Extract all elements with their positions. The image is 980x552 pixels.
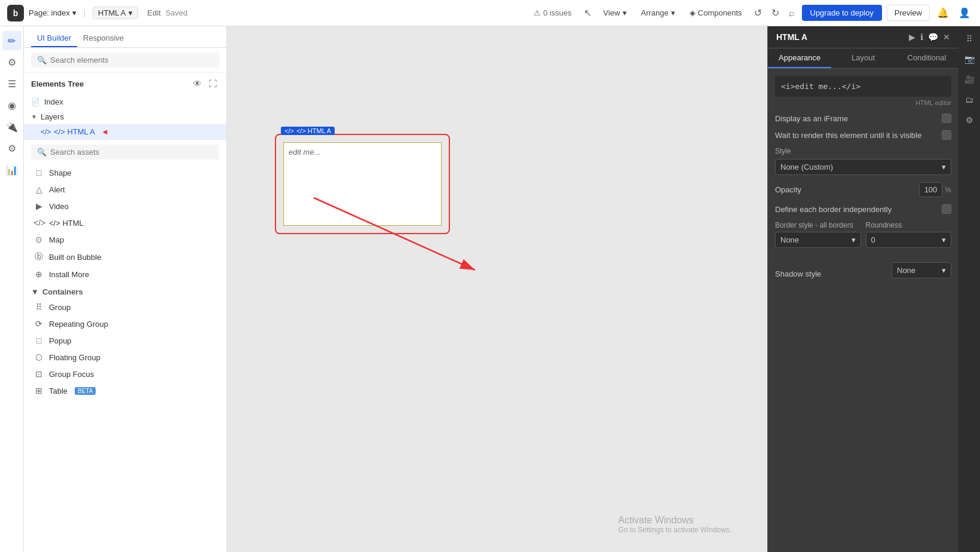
roundness-col: Roundness 0 ▾ [866,221,952,255]
element-install-more[interactable]: ⊕ Install More [24,266,226,283]
strip-camera-icon[interactable]: 📷 [961,51,977,67]
comment-icon-btn[interactable]: 💬 [928,32,938,42]
rail-logs-icon[interactable]: 📊 [2,160,22,179]
containers-section[interactable]: ▼ Containers [24,283,226,299]
display-iframe-checkbox[interactable] [942,114,951,123]
strip-settings-icon[interactable]: ⚙ [961,112,977,128]
search-assets-input[interactable] [50,148,213,157]
element-video[interactable]: ▶ Video [24,198,226,214]
preview-button[interactable]: Preview [887,5,930,21]
rail-ui-icon[interactable]: ✏ [2,31,22,50]
strip-dots-icon[interactable]: ⠿ [961,31,977,47]
rail-settings-icon[interactable]: ⚙ [2,139,22,158]
table-label: Table [49,387,68,395]
topbar-divider: | [84,8,85,17]
install-more-label: Install More [49,270,89,279]
tree-item-html-a[interactable]: </> </> HTML A ◄ [24,124,226,139]
table-icon: ⊞ [33,386,44,395]
floating-group-label: Floating Group [49,353,100,362]
border-none-value: None [780,235,799,244]
strip-layers-icon[interactable]: 🗂 [961,92,977,108]
undo-button[interactable]: ↺ [752,5,764,21]
opacity-value[interactable]: 100 [919,182,943,197]
right-panel: HTML A ▶ ℹ 💬 ✕ Appearance Layout Conditi… [767,26,958,552]
tab-appearance[interactable]: Appearance [768,48,831,68]
element-popup[interactable]: □ Popup [24,332,226,349]
wait-render-checkbox[interactable] [942,130,951,140]
tree-expand-btn[interactable]: ⛶ [206,78,219,90]
view-button[interactable]: View ▾ [599,6,632,20]
containers-arrow: ▼ [31,287,39,296]
canvas-element-label: </> </> HTML A [281,127,335,135]
element-floating-group[interactable]: ⬡ Floating Group [24,349,226,366]
roundness-value: 0 [871,235,875,244]
bubble-logo[interactable]: b [7,5,24,22]
canvas-html-element[interactable]: </> </> HTML A edit me... [275,134,450,234]
tab-layout[interactable]: Layout [831,48,895,68]
style-value: None (Custom) [780,162,833,171]
warning-icon: ⚠ [534,8,541,17]
group-icon: ⠿ [33,302,44,312]
html-editor-link[interactable]: HTML editor [775,99,951,106]
border-col: Border style - all borders None ▾ [775,221,861,255]
issues-indicator[interactable]: ⚠ 0 issues [529,6,577,20]
element-alert[interactable]: △ Alert [24,181,226,198]
element-built-on-bubble[interactable]: ⓑ Built on Bubble [24,248,226,266]
tree-item-layers[interactable]: ▼ Layers [24,109,226,124]
tree-item-index[interactable]: 📄 Index [24,94,226,109]
redo-button[interactable]: ↻ [769,5,782,21]
video-label: Video [49,202,69,211]
element-name-selector[interactable]: HTML A ▾ [93,7,137,19]
upgrade-deploy-button[interactable]: Upgrade to deploy [802,5,882,21]
page-selector[interactable]: Page: index ▾ [29,8,76,17]
popup-label: Popup [49,336,72,345]
element-map[interactable]: ⊙ Map [24,231,226,248]
issues-count: 0 issues [543,8,572,17]
rail-data-icon[interactable]: ☰ [2,74,22,93]
tab-conditional[interactable]: Conditional [895,48,958,68]
element-html[interactable]: </> </> HTML [24,214,226,231]
table-beta-badge: BETA [75,387,96,395]
pointer-tool[interactable]: ↖ [581,5,594,21]
style-section-label: Style [775,147,951,155]
search-elements-box[interactable]: 🔍 [31,53,219,68]
element-shape[interactable]: □ Shape [24,164,226,181]
tab-responsive[interactable]: Responsive [77,30,130,47]
element-list: □ Shape △ Alert ▶ Video </> </> HTML ⊙ M… [24,164,226,552]
rail-workflows-icon[interactable]: ⚙ [2,53,22,72]
strip-video-icon[interactable]: 🎥 [961,72,977,87]
html-icon: </> [33,218,44,228]
rail-styles-icon[interactable]: ◉ [2,96,22,115]
user-avatar[interactable]: 👤 [956,5,973,21]
style-select[interactable]: None (Custom) ▾ [775,159,951,175]
install-icon: ⊕ [33,269,44,279]
tree-visibility-btn[interactable]: 👁 [191,78,204,90]
element-group-focus[interactable]: ⊡ Group Focus [24,366,226,382]
components-button[interactable]: ◈ Components [685,6,747,20]
search-elements-container: 🔍 [24,48,226,73]
element-repeating-group[interactable]: ⟳ Repeating Group [24,315,226,332]
element-group[interactable]: ⠿ Group [24,299,226,315]
arrange-button[interactable]: Arrange ▾ [636,6,680,20]
play-icon-btn[interactable]: ▶ [909,32,915,42]
rail-plugins-icon[interactable]: 🔌 [2,117,22,136]
left-panel: UI Builder Responsive 🔍 Elements Tree 👁 … [24,26,227,552]
edit-label: Edit [148,8,161,17]
close-icon-btn[interactable]: ✕ [943,32,950,42]
search-button[interactable]: ⌕ [786,5,797,21]
components-icon: ◈ [690,8,696,17]
layers-collapse-icon: ▼ [31,114,37,120]
element-table[interactable]: ⊞ Table BETA [24,382,226,399]
shadow-style-select[interactable]: None ▾ [892,262,951,278]
define-border-checkbox[interactable] [942,204,951,214]
tab-ui-builder[interactable]: UI Builder [31,30,77,47]
info-icon-btn[interactable]: ℹ [920,32,923,42]
roundness-select[interactable]: 0 ▾ [866,232,952,248]
border-style-select[interactable]: None ▾ [775,232,861,248]
canvas-area[interactable]: </> </> HTML A edit me... Activate Windo… [227,26,767,552]
repeating-group-icon: ⟳ [33,319,44,329]
selection-arrow: ◄ [101,127,109,136]
notifications-icon[interactable]: 🔔 [935,5,951,21]
search-elements-input[interactable] [50,56,213,65]
search-assets-box[interactable]: 🔍 [31,145,219,160]
